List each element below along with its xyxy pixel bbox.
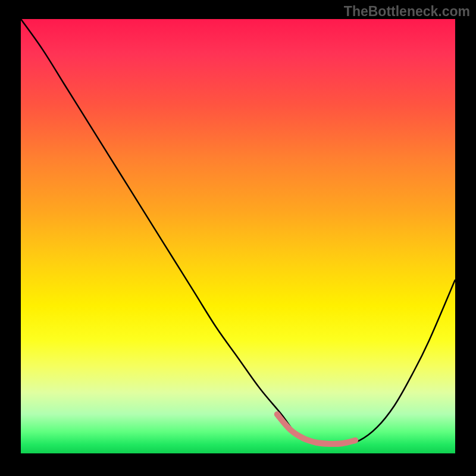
watermark-text: TheBottleneck.com xyxy=(344,4,470,20)
highlight-segment xyxy=(277,414,355,444)
curve-svg xyxy=(21,19,455,453)
chart-container: TheBottleneck.com xyxy=(0,0,476,476)
plot-area xyxy=(21,19,455,453)
bottleneck-curve xyxy=(21,19,455,445)
